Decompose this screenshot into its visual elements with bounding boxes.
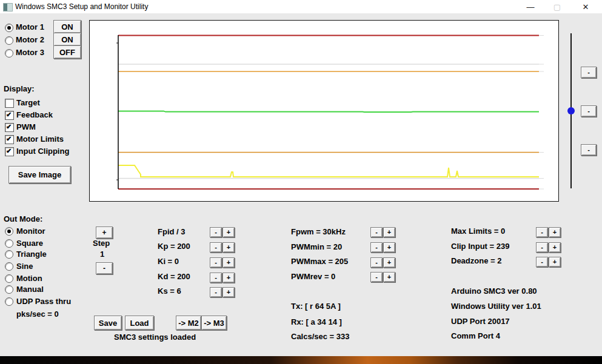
title-bar: Windows SMC3 Setup and Monitor Utility —…	[0, 0, 602, 13]
pwm-trace	[118, 165, 539, 177]
radio-motor-1[interactable]	[5, 24, 13, 32]
label-udp-pass-thru: UDP Pass thru	[16, 297, 71, 306]
ks-plus-button[interactable]: +	[222, 287, 235, 297]
window-title: Windows SMC3 Setup and Monitor Utility	[15, 2, 148, 11]
label-triangle: Triangle	[16, 250, 47, 259]
radio-square[interactable]	[5, 239, 13, 248]
radio-motion[interactable]	[5, 274, 13, 283]
copy-to-m2-button[interactable]: -> M2	[176, 316, 201, 330]
fpwm-value: Fpwm = 30kHz	[291, 227, 346, 236]
kd-plus-button[interactable]: +	[222, 273, 235, 283]
rx-value: Rx: [ a 34 14 ]	[291, 317, 342, 326]
clip-input-minus-button[interactable]: -	[536, 242, 548, 253]
label-manual: Manual	[16, 285, 44, 294]
radio-motor-2[interactable]	[5, 36, 13, 45]
radio-udp-pass-thru[interactable]	[5, 297, 13, 306]
pwmrev-plus-button[interactable]: +	[383, 272, 395, 282]
out-mode-section-label: Out Mode:	[4, 214, 42, 223]
scale-slider-thumb[interactable]	[567, 107, 575, 114]
label-monitor: Monitor	[16, 227, 45, 236]
kd-minus-button[interactable]: -	[210, 273, 222, 283]
label-target: Target	[16, 98, 40, 107]
settings-status-text: SMC3 settings loaded	[114, 333, 196, 342]
label-feedback: Feedback	[16, 110, 53, 119]
comm-port-text: Comm Port 4	[451, 331, 500, 340]
pwmrev-minus-button[interactable]: -	[370, 272, 383, 282]
fpwm-minus-button[interactable]: -	[370, 227, 383, 237]
step-value: 1	[100, 250, 104, 259]
deadzone-plus-button[interactable]: +	[549, 257, 561, 267]
ki-plus-button[interactable]: +	[222, 257, 235, 268]
ks-value: Ks = 6	[158, 286, 181, 296]
step-label: Step	[93, 239, 110, 248]
motor-2-power-button[interactable]: ON	[53, 33, 81, 46]
kd-value: Kd = 200	[158, 272, 190, 281]
pwmmin-value: PWMmin = 20	[291, 242, 342, 251]
radio-motor-3[interactable]	[5, 49, 13, 58]
fpid-minus-button[interactable]: -	[210, 227, 222, 237]
checkbox-target[interactable]	[5, 99, 14, 108]
label-sine: Sine	[16, 262, 33, 271]
minimize-icon[interactable]: —	[520, 0, 541, 13]
kp-value: Kp = 200	[158, 242, 190, 251]
fpid-value: Fpid / 3	[158, 227, 186, 236]
scope-svg	[90, 21, 558, 201]
label-motion: Motion	[16, 274, 42, 283]
label-motor-1: Motor 1	[16, 22, 44, 31]
label-motor-limits: Motor Limits	[16, 134, 64, 144]
scale-middle-minus-button[interactable]: -	[581, 105, 597, 117]
scope-display	[89, 20, 559, 202]
maximize-icon: ▢	[547, 0, 567, 13]
kp-plus-button[interactable]: +	[222, 242, 235, 253]
checkbox-pwm[interactable]	[5, 123, 14, 132]
ki-minus-button[interactable]: -	[210, 257, 222, 268]
ks-minus-button[interactable]: -	[210, 287, 222, 297]
step-minus-button[interactable]: -	[96, 262, 113, 274]
deadzone-value: Deadzone = 2	[451, 256, 501, 265]
pwmmax-value: PWMmax = 205	[291, 257, 348, 266]
close-icon[interactable]: ✕	[575, 0, 596, 13]
radio-triangle[interactable]	[5, 250, 13, 259]
radio-monitor[interactable]	[5, 227, 13, 236]
copy-to-m3-button[interactable]: -> M3	[201, 316, 227, 330]
radio-sine[interactable]	[5, 262, 13, 271]
fpwm-plus-button[interactable]: +	[383, 227, 395, 237]
save-image-button[interactable]: Save Image	[8, 166, 71, 184]
checkbox-input-clipping[interactable]	[5, 147, 14, 156]
kp-minus-button[interactable]: -	[210, 242, 222, 253]
udp-port-text: UDP Port 20017	[451, 317, 510, 326]
label-pwm: PWM	[16, 122, 36, 131]
checkbox-motor-limits[interactable]	[5, 135, 14, 144]
max-limits-minus-button[interactable]: -	[536, 227, 548, 237]
feedback-trace	[118, 111, 539, 113]
label-motor-3: Motor 3	[16, 48, 44, 57]
calcs-per-sec-value: Calcs/sec = 333	[291, 332, 350, 341]
checkbox-feedback[interactable]	[5, 111, 14, 120]
desktop-edge	[0, 356, 602, 364]
pwmmax-plus-button[interactable]: +	[383, 257, 395, 268]
load-button[interactable]: Load	[125, 316, 154, 330]
label-square: Square	[16, 239, 43, 248]
motor-1-power-button[interactable]: ON	[53, 20, 81, 33]
ki-value: Ki = 0	[158, 257, 179, 266]
radio-manual[interactable]	[5, 285, 13, 294]
max-limits-value: Max Limits = 0	[451, 227, 505, 236]
tx-value: Tx: [ r 64 5A ]	[291, 302, 341, 311]
save-button[interactable]: Save	[94, 316, 122, 330]
pks-per-sec-value: pks/sec = 0	[16, 309, 59, 319]
label-input-clipping: Input Clipping	[16, 147, 69, 156]
max-limits-plus-button[interactable]: +	[549, 227, 561, 237]
scale-upper-minus-button[interactable]: -	[581, 67, 597, 78]
step-plus-button[interactable]: +	[96, 227, 113, 239]
display-section-label: Display:	[4, 84, 35, 93]
windows-utility-version-text: Windows Utility ver 1.01	[451, 302, 541, 311]
pwmmax-minus-button[interactable]: -	[370, 257, 383, 268]
pwmmin-plus-button[interactable]: +	[383, 242, 395, 253]
fpid-plus-button[interactable]: +	[222, 227, 235, 237]
scale-lower-minus-button[interactable]: -	[581, 144, 597, 156]
motor-3-power-button[interactable]: OFF	[53, 45, 81, 59]
clip-input-plus-button[interactable]: +	[549, 242, 561, 253]
deadzone-minus-button[interactable]: -	[536, 257, 548, 267]
arduino-version-text: Arduino SMC3 ver 0.80	[451, 286, 537, 296]
pwmmin-minus-button[interactable]: -	[370, 242, 383, 253]
